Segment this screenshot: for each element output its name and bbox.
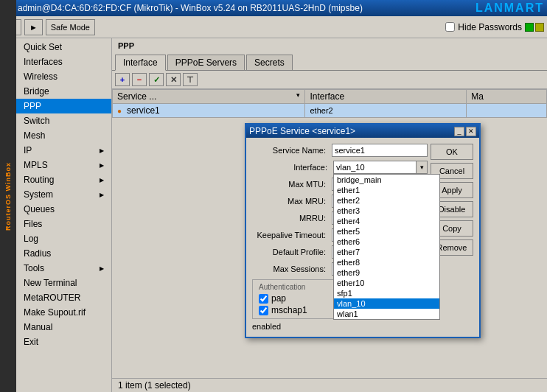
dropdown-option-ether9[interactable]: ether9 bbox=[334, 267, 439, 278]
interface-row: Interface: ▾ bridge_main ether1 ether2 e… bbox=[252, 161, 428, 174]
sidebar-item-label: Interfaces bbox=[24, 57, 63, 67]
status-indicator-1 bbox=[525, 23, 534, 32]
title-text: admin@D4:CA:6D:62:FD:CF (MikroTik) - Win… bbox=[18, 3, 363, 13]
sidebar-item-log[interactable]: Log bbox=[16, 231, 111, 246]
sidebar-item-label: Exit bbox=[24, 337, 38, 347]
sidebar-item-ppp[interactable]: PPP bbox=[16, 99, 111, 113]
dropdown-option-ether6[interactable]: ether6 bbox=[334, 237, 439, 247]
sidebar-item-switch[interactable]: Switch bbox=[16, 113, 111, 128]
content-area: PPP Interface PPPoE Servers Secrets + − … bbox=[112, 38, 547, 392]
main-layout: RouterOS WinBox Quick Set Interfaces Wir… bbox=[0, 38, 547, 392]
hide-passwords-checkbox[interactable] bbox=[445, 22, 455, 32]
dialog-title: PPPoE Service <service1> bbox=[249, 126, 355, 136]
keepalive-label: Keepalive Timeout: bbox=[252, 231, 332, 239]
sidebar-item-label: Wireless bbox=[24, 71, 58, 82]
sidebar-item-bridge[interactable]: Bridge bbox=[16, 84, 111, 99]
chevron-right-icon: ▶ bbox=[100, 177, 104, 183]
auth-pap-item: pap bbox=[259, 293, 339, 304]
dropdown-option-ether5[interactable]: ether5 bbox=[334, 226, 439, 237]
interface-label: Interface: bbox=[252, 163, 333, 172]
service-name-input[interactable] bbox=[332, 144, 428, 157]
dialog-close-button[interactable]: ✕ bbox=[466, 127, 476, 136]
dialog-titlebar: PPPoE Service <service1> _ ✕ bbox=[246, 125, 479, 138]
sidebar-item-label: Files bbox=[24, 219, 42, 229]
dialog-body: OK Cancel Apply Disable Copy Remove Serv… bbox=[246, 138, 479, 337]
sidebar-item-label: New Terminal bbox=[24, 278, 77, 288]
mrru-label: MRRU: bbox=[252, 214, 332, 223]
max-mtu-label: Max MTU: bbox=[252, 180, 332, 189]
sidebar-item-label: Tools bbox=[24, 263, 44, 273]
dropdown-option-vlan10[interactable]: vlan_10 bbox=[334, 298, 439, 309]
dropdown-option-bridge-main[interactable]: bridge_main bbox=[334, 175, 439, 185]
dropdown-option-ether10[interactable]: ether10 bbox=[334, 278, 439, 288]
chevron-right-icon: ▶ bbox=[100, 147, 104, 154]
interface-input[interactable] bbox=[333, 161, 428, 174]
auth-pap-label: pap bbox=[271, 293, 286, 304]
forward-button[interactable]: ► bbox=[24, 19, 43, 35]
sidebar-item-label: Queues bbox=[24, 204, 55, 214]
service-name-label: Service Name: bbox=[252, 146, 332, 155]
dropdown-option-ether3[interactable]: ether3 bbox=[334, 206, 439, 216]
sidebar-item-radius[interactable]: Radius bbox=[16, 246, 111, 261]
sidebar-items: Quick Set Interfaces Wireless Bridge PPP… bbox=[16, 38, 111, 351]
sidebar-item-label: Log bbox=[24, 234, 38, 244]
title-bar: M admin@D4:CA:6D:62:FD:CF (MikroTik) - W… bbox=[0, 0, 547, 16]
sidebar-item-routing[interactable]: Routing ▶ bbox=[16, 172, 111, 187]
dropdown-option-wlan1[interactable]: wlan1 bbox=[334, 309, 439, 319]
status-indicator-2 bbox=[535, 23, 544, 32]
sidebar-item-interfaces[interactable]: Interfaces bbox=[16, 55, 111, 69]
dialog-controls: _ ✕ bbox=[454, 127, 476, 136]
sidebar-item-ip[interactable]: IP ▶ bbox=[16, 143, 111, 158]
dropdown-option-ether7[interactable]: ether7 bbox=[334, 247, 439, 257]
safe-mode-button[interactable]: Safe Mode bbox=[46, 19, 95, 35]
auth-mschap1-item: mschap1 bbox=[259, 305, 339, 315]
sidebar-item-tools[interactable]: Tools ▶ bbox=[16, 261, 111, 276]
sidebar-item-makesupout[interactable]: Make Supout.rif bbox=[16, 305, 111, 320]
ok-button[interactable]: OK bbox=[431, 144, 473, 160]
sidebar-item-wireless[interactable]: Wireless bbox=[16, 69, 111, 84]
dropdown-option-ether8[interactable]: ether8 bbox=[334, 257, 439, 267]
max-mru-label: Max MRU: bbox=[252, 197, 332, 206]
sidebar-item-label: Bridge bbox=[24, 86, 49, 97]
hide-passwords-label: Hide Passwords bbox=[458, 22, 522, 32]
sidebar-item-label: Manual bbox=[24, 322, 52, 332]
default-profile-label: Default Profile: bbox=[252, 248, 332, 256]
dropdown-option-ether2[interactable]: ether2 bbox=[334, 195, 439, 206]
lanmart-logo: LANMART bbox=[475, 1, 544, 15]
sidebar-item-quickset[interactable]: Quick Set bbox=[16, 40, 111, 55]
sidebar-item-label: System bbox=[24, 189, 53, 200]
auth-mschap1-label: mschap1 bbox=[271, 305, 307, 315]
sidebar-item-files[interactable]: Files bbox=[16, 217, 111, 231]
sidebar-item-label: MetaROUTER bbox=[24, 293, 80, 303]
chevron-right-icon: ▶ bbox=[100, 265, 104, 272]
sidebar-item-label: Radius bbox=[24, 248, 51, 259]
routeros-text: RouterOS WinBox bbox=[4, 162, 12, 231]
auth-pap-checkbox[interactable] bbox=[259, 294, 268, 304]
sidebar-item-manual[interactable]: Manual bbox=[16, 320, 111, 335]
auth-mschap1-checkbox[interactable] bbox=[259, 306, 268, 315]
enabled-text: enabled bbox=[252, 322, 428, 331]
sidebar-item-label: Routing bbox=[24, 175, 54, 185]
interface-dropdown-list[interactable]: bridge_main ether1 ether2 ether3 ether4 … bbox=[333, 174, 440, 320]
sidebar-item-newterminal[interactable]: New Terminal bbox=[16, 276, 111, 290]
sidebar-item-metarouter[interactable]: MetaROUTER bbox=[16, 290, 111, 305]
sidebar-item-label: Switch bbox=[24, 116, 49, 126]
dropdown-arrow-icon[interactable]: ▾ bbox=[416, 161, 428, 174]
dropdown-option-ether4[interactable]: ether4 bbox=[334, 216, 439, 226]
sidebar-item-mesh[interactable]: Mesh bbox=[16, 128, 111, 143]
routeros-label: RouterOS WinBox bbox=[0, 0, 16, 392]
dropdown-option-ether1[interactable]: ether1 bbox=[334, 185, 439, 195]
chevron-right-icon: ▶ bbox=[100, 192, 104, 198]
sidebar-item-exit[interactable]: Exit bbox=[16, 335, 111, 349]
dialog-minimize-button[interactable]: _ bbox=[454, 127, 464, 136]
sidebar-item-queues[interactable]: Queues bbox=[16, 202, 111, 217]
sidebar-item-label: IP bbox=[24, 145, 32, 155]
sidebar-item-mpls[interactable]: MPLS ▶ bbox=[16, 158, 111, 172]
sidebar-item-label: Quick Set bbox=[24, 42, 62, 52]
sidebar-item-label: MPLS bbox=[24, 160, 48, 170]
dropdown-option-sfp1[interactable]: sfp1 bbox=[334, 288, 439, 298]
dialog-overlay: PPPoE Service <service1> _ ✕ OK Cancel A… bbox=[112, 38, 547, 392]
toolbar: ◄ ► Safe Mode Hide Passwords bbox=[0, 16, 547, 38]
sidebar-item-label: Mesh bbox=[24, 130, 45, 141]
sidebar-item-system[interactable]: System ▶ bbox=[16, 187, 111, 202]
